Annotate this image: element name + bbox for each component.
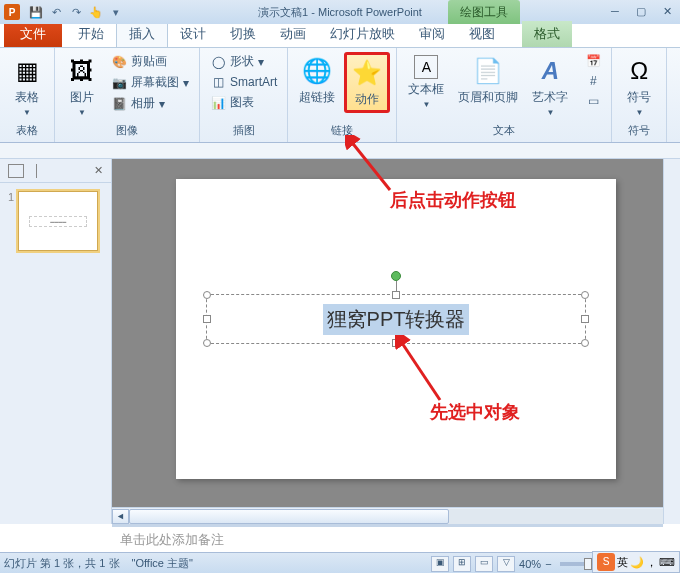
ime-keyboard-icon[interactable]: ⌨ bbox=[659, 556, 675, 569]
chevron-down-icon: ▼ bbox=[546, 108, 554, 117]
picture-icon: 🖼 bbox=[66, 55, 98, 87]
textbox-button[interactable]: A 文本框 ▼ bbox=[403, 52, 449, 112]
outline-tab[interactable] bbox=[36, 164, 52, 178]
smartart-button[interactable]: ◫SmartArt bbox=[206, 73, 281, 91]
screenshot-button[interactable]: 📷屏幕截图 ▾ bbox=[107, 73, 193, 92]
slideshow-view-button[interactable]: ▽ bbox=[497, 556, 515, 572]
chart-button[interactable]: 📊图表 bbox=[206, 93, 281, 112]
picture-button[interactable]: 🖼 图片 ▼ bbox=[61, 52, 103, 120]
thumbnail-container: 1 ▬▬▬▬ bbox=[0, 183, 111, 259]
resize-handle-tl[interactable] bbox=[203, 291, 211, 299]
scroll-thumb[interactable] bbox=[129, 509, 449, 524]
resize-handle-tr[interactable] bbox=[581, 291, 589, 299]
vertical-scrollbar[interactable] bbox=[663, 159, 680, 524]
status-bar: 幻灯片 第 1 张，共 1 张 "Office 主题" ▣ ⊞ ▭ ▽ 40% … bbox=[0, 552, 680, 573]
ime-bar[interactable]: S 英 🌙 ， ⌨ bbox=[592, 551, 680, 573]
resize-handle-r[interactable] bbox=[581, 315, 589, 323]
album-button[interactable]: 📓相册 ▾ bbox=[107, 94, 193, 113]
scroll-left-button[interactable]: ◄ bbox=[112, 509, 129, 524]
header-footer-button[interactable]: 📄 页眉和页脚 bbox=[453, 52, 523, 109]
chevron-down-icon: ▼ bbox=[422, 100, 430, 109]
group-media: 🔊 媒体 ▼ 媒体 bbox=[667, 48, 680, 142]
zoom-slider-thumb[interactable] bbox=[584, 558, 592, 570]
redo-icon[interactable]: ↷ bbox=[68, 4, 84, 20]
group-label: 插图 bbox=[206, 121, 281, 140]
ribbon: ▦ 表格 ▼ 表格 🖼 图片 ▼ 🎨剪贴画 📷屏幕截图 ▾ 📓相册 ▾ 图像 ◯ bbox=[0, 48, 680, 143]
quick-access-toolbar: 💾 ↶ ↷ 👆 ▾ bbox=[28, 4, 124, 20]
normal-view-button[interactable]: ▣ bbox=[431, 556, 449, 572]
symbol-icon: Ω bbox=[623, 55, 655, 87]
ime-punct-icon[interactable]: ， bbox=[646, 555, 657, 570]
resize-handle-t[interactable] bbox=[392, 291, 400, 299]
qat-dropdown-icon[interactable]: ▾ bbox=[108, 4, 124, 20]
tab-home[interactable]: 开始 bbox=[66, 21, 116, 47]
chevron-down-icon: ▼ bbox=[635, 108, 643, 117]
window-title: 演示文稿1 - Microsoft PowerPoint bbox=[258, 5, 422, 20]
ime-lang[interactable]: 英 bbox=[617, 555, 628, 570]
group-label: 表格 bbox=[6, 121, 48, 140]
undo-icon[interactable]: ↶ bbox=[48, 4, 64, 20]
sorter-view-button[interactable]: ⊞ bbox=[453, 556, 471, 572]
restore-button[interactable]: ▢ bbox=[632, 5, 650, 19]
tab-format[interactable]: 格式 bbox=[522, 21, 572, 47]
tab-transitions[interactable]: 切换 bbox=[218, 21, 268, 47]
tab-insert[interactable]: 插入 bbox=[116, 20, 168, 47]
object-button[interactable]: ▭ bbox=[581, 92, 605, 110]
reading-view-button[interactable]: ▭ bbox=[475, 556, 493, 572]
table-icon: ▦ bbox=[11, 55, 43, 87]
notes-pane[interactable]: 单击此处添加备注 bbox=[112, 524, 663, 552]
slide[interactable]: 狸窝PPT转换器 bbox=[176, 179, 616, 479]
chart-icon: 📊 bbox=[210, 95, 226, 111]
thumbnail-number: 1 bbox=[8, 191, 14, 251]
tab-animations[interactable]: 动画 bbox=[268, 21, 318, 47]
resize-handle-l[interactable] bbox=[203, 315, 211, 323]
table-button[interactable]: ▦ 表格 ▼ bbox=[6, 52, 48, 120]
tab-slideshow[interactable]: 幻灯片放映 bbox=[318, 21, 407, 47]
shapes-button[interactable]: ◯形状 ▾ bbox=[206, 52, 281, 71]
rotate-handle[interactable] bbox=[391, 271, 401, 281]
wordart-icon: A bbox=[534, 55, 566, 87]
clipart-button[interactable]: 🎨剪贴画 bbox=[107, 52, 193, 71]
zoom-level[interactable]: 40% bbox=[519, 558, 541, 570]
group-symbols: Ω 符号 ▼ 符号 bbox=[612, 48, 667, 142]
slide-thumbnail[interactable]: ▬▬▬▬ bbox=[18, 191, 98, 251]
resize-handle-br[interactable] bbox=[581, 339, 589, 347]
ime-mode-icon[interactable]: 🌙 bbox=[630, 556, 644, 569]
panel-close-icon[interactable]: ✕ bbox=[94, 164, 103, 177]
chevron-down-icon: ▼ bbox=[23, 108, 31, 117]
number-icon: # bbox=[585, 73, 601, 89]
date-button[interactable]: 📅 bbox=[581, 52, 605, 70]
action-button[interactable]: ⭐ 动作 bbox=[344, 52, 390, 113]
clipart-icon: 🎨 bbox=[111, 54, 127, 70]
wordart-button[interactable]: A 艺术字 ▼ bbox=[527, 52, 573, 120]
group-label: 图像 bbox=[61, 121, 193, 140]
textbox-text[interactable]: 狸窝PPT转换器 bbox=[323, 304, 470, 335]
slide-number-button[interactable]: # bbox=[581, 72, 605, 90]
slides-tab[interactable] bbox=[8, 164, 24, 178]
minimize-button[interactable]: ─ bbox=[606, 5, 624, 19]
tab-view[interactable]: 视图 bbox=[457, 21, 507, 47]
tab-file[interactable]: 文件 bbox=[4, 21, 62, 47]
tab-review[interactable]: 审阅 bbox=[407, 21, 457, 47]
save-icon[interactable]: 💾 bbox=[28, 4, 44, 20]
touch-icon[interactable]: 👆 bbox=[88, 4, 104, 20]
group-illustrations: ◯形状 ▾ ◫SmartArt 📊图表 插图 bbox=[200, 48, 288, 142]
media-button[interactable]: 🔊 媒体 ▼ bbox=[673, 52, 680, 120]
ime-icon[interactable]: S bbox=[597, 553, 615, 571]
close-button[interactable]: ✕ bbox=[658, 5, 676, 19]
hyperlink-button[interactable]: 🌐 超链接 bbox=[294, 52, 340, 109]
zoom-out-button[interactable]: − bbox=[545, 558, 551, 570]
context-tab-drawing-tools[interactable]: 绘图工具 bbox=[448, 0, 520, 24]
title-bar: P 💾 ↶ ↷ 👆 ▾ 演示文稿1 - Microsoft PowerPoint… bbox=[0, 0, 680, 24]
resize-handle-bl[interactable] bbox=[203, 339, 211, 347]
group-links: 🌐 超链接 ⭐ 动作 链接 bbox=[288, 48, 397, 142]
horizontal-scrollbar[interactable]: ◄ ► bbox=[112, 507, 680, 524]
group-label: 符号 bbox=[618, 121, 660, 140]
arrow-to-object bbox=[395, 335, 445, 405]
slide-counter: 幻灯片 第 1 张，共 1 张 bbox=[4, 556, 120, 571]
scroll-track[interactable] bbox=[129, 509, 663, 524]
group-tables: ▦ 表格 ▼ 表格 bbox=[0, 48, 55, 142]
symbol-button[interactable]: Ω 符号 ▼ bbox=[618, 52, 660, 120]
header-footer-icon: 📄 bbox=[472, 55, 504, 87]
tab-design[interactable]: 设计 bbox=[168, 21, 218, 47]
